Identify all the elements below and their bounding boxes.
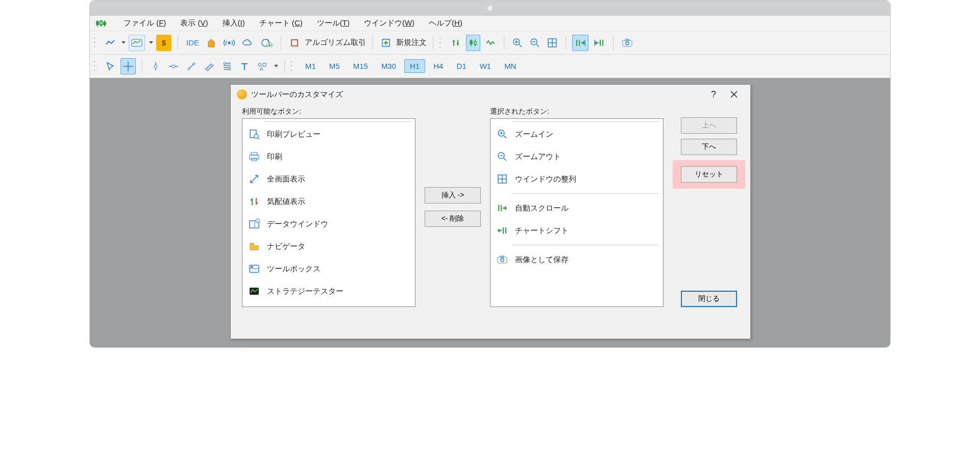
menu-file[interactable]: ファイル (F) [124, 18, 166, 28]
cursor-button[interactable] [103, 58, 117, 74]
text-button[interactable] [237, 58, 252, 74]
dropdown-caret-icon[interactable] [121, 41, 126, 44]
svg-rect-26 [263, 63, 266, 66]
list-item[interactable]: iデータウインドウ [242, 213, 415, 235]
list-item[interactable]: ズームアウト [491, 145, 663, 168]
list-item[interactable]: 印刷プレビュー [242, 123, 415, 145]
new-order-label[interactable]: 新規注文 [396, 38, 427, 47]
algo-stop-icon[interactable] [287, 35, 302, 51]
zoom-out-button[interactable] [528, 35, 542, 51]
menu-help[interactable]: ヘルプ(H) [429, 18, 462, 28]
window-titlebar[interactable] [90, 1, 890, 16]
menu-view[interactable]: 表示 (V) [180, 18, 208, 28]
svg-rect-36 [251, 266, 253, 268]
list-separator [512, 193, 658, 194]
list-item[interactable]: ナビゲータ [242, 235, 415, 258]
saveimg-icon [496, 253, 509, 266]
menubar: ファイル (F) 表示 (V) 挿入(I) チャート (C) ツール(T) ウイ… [90, 16, 890, 31]
shapes-button[interactable] [255, 58, 270, 74]
zoom-in-button[interactable] [510, 35, 525, 51]
list-separator [512, 245, 658, 245]
market-button[interactable] [204, 35, 218, 51]
separator [566, 36, 566, 50]
chartshift-button[interactable] [592, 35, 607, 51]
list-item[interactable]: ツールボックス [242, 258, 415, 280]
toolbar-grip-icon[interactable] [291, 60, 295, 73]
list-separator [512, 119, 660, 122]
tf-m1[interactable]: M1 [300, 60, 321, 72]
list-item[interactable]: 自動スクロール [491, 197, 663, 219]
list-item[interactable]: 全画面表示 [242, 168, 415, 190]
svg-point-19 [188, 68, 190, 70]
datawindow-icon: i [248, 217, 261, 231]
reset-button[interactable]: リセット [681, 166, 737, 183]
menu-chart[interactable]: チャート (C) [259, 18, 303, 28]
list-item[interactable]: ズームイン [491, 123, 663, 145]
insert-button[interactable]: 挿入 -> [425, 187, 481, 203]
hline-button[interactable] [166, 58, 181, 74]
tf-h4[interactable]: H4 [428, 60, 448, 72]
close-icon[interactable] [724, 87, 744, 102]
chart-type-button[interactable] [129, 35, 145, 51]
selected-listbox[interactable]: ズームイン ズームアウト ウインドウの整列 自動スクロール チャートシフト 画像… [490, 118, 664, 307]
vline-button[interactable] [149, 58, 163, 74]
tile-windows-button[interactable] [545, 35, 559, 51]
toolbar-grip-icon[interactable] [94, 36, 98, 49]
dropdown-caret-icon[interactable] [274, 65, 278, 67]
svg-point-15 [626, 42, 629, 45]
tf-d1[interactable]: D1 [451, 60, 471, 72]
list-separator [264, 119, 412, 122]
tf-m15[interactable]: M15 [348, 60, 373, 72]
channel-button[interactable] [202, 58, 217, 74]
remove-button[interactable]: <- 削除 [425, 211, 481, 227]
line-chart2-button[interactable] [483, 35, 498, 51]
list-item[interactable]: ウインドウの整列 [491, 168, 663, 190]
separator [284, 59, 285, 73]
dialog-titlebar[interactable]: ツールバーのカスタマイズ ? [231, 85, 750, 104]
navigator-icon [248, 240, 261, 253]
list-item[interactable]: 画像として保存 [491, 248, 663, 271]
help-button[interactable]: ? [703, 87, 724, 102]
list-item[interactable]: ストラテジーテスター [242, 280, 415, 302]
menu-insert[interactable]: 挿入(I) [223, 18, 245, 28]
algo-trading-label[interactable]: アルゴリズム取引 [305, 38, 366, 47]
tf-mn[interactable]: MN [499, 60, 521, 72]
candle-chart-button[interactable] [466, 35, 480, 51]
menu-tools[interactable]: ツール(T) [317, 18, 350, 28]
tf-m30[interactable]: M30 [376, 60, 401, 72]
ide-button[interactable]: IDE [184, 35, 201, 51]
new-order-icon[interactable] [379, 35, 393, 51]
bar-chart-button[interactable] [449, 35, 463, 51]
cloud-button[interactable] [240, 35, 255, 51]
toolbar-grip-icon[interactable] [439, 36, 444, 49]
dialog-icon [237, 89, 247, 99]
svg-rect-41 [498, 257, 507, 263]
line-chart-button[interactable] [103, 35, 117, 51]
cloud-add-button[interactable] [258, 35, 275, 51]
save-image-button[interactable] [620, 35, 635, 51]
preview-icon [248, 128, 261, 141]
svg-point-21 [205, 68, 207, 70]
list-item[interactable]: 気配値表示 [242, 190, 415, 213]
list-item[interactable]: チャートシフト [491, 219, 663, 242]
available-listbox[interactable]: 印刷プレビュー 印刷 全画面表示 気配値表示 iデータウインドウ ナビゲータ ツ… [242, 118, 415, 307]
signal-button[interactable] [222, 35, 237, 51]
dollar-button[interactable]: $ [156, 35, 172, 51]
autoscroll-button[interactable] [572, 35, 589, 51]
reset-highlight: リセット [673, 160, 745, 189]
svg-point-25 [258, 63, 261, 66]
tf-h1[interactable]: H1 [404, 59, 425, 73]
dropdown-caret-icon[interactable] [149, 41, 153, 44]
menu-window[interactable]: ウインドウ(W) [364, 18, 414, 28]
svg-rect-14 [623, 40, 632, 46]
fibo-button[interactable] [220, 58, 234, 74]
up-button[interactable]: 上へ [681, 117, 737, 134]
close-button[interactable]: 閉じる [681, 291, 737, 307]
tf-m5[interactable]: M5 [324, 60, 345, 72]
crosshair-button[interactable] [120, 58, 136, 74]
tf-w1[interactable]: W1 [475, 60, 497, 72]
list-item[interactable]: 印刷 [242, 145, 415, 168]
trendline-button[interactable] [184, 58, 199, 74]
toolbar-grip-icon[interactable] [94, 60, 98, 73]
down-button[interactable]: 下へ [681, 139, 737, 155]
